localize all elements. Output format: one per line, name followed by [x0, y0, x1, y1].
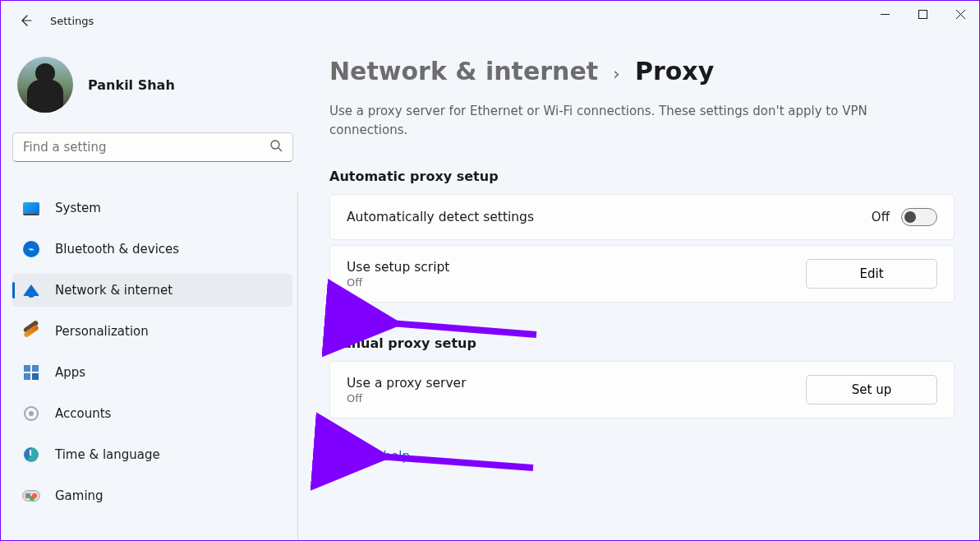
apps-icon [22, 363, 40, 381]
toggle-state-label: Off [872, 210, 890, 224]
user-name: Pankil Shah [88, 77, 175, 93]
window-controls [866, 1, 979, 27]
setup-button[interactable]: Set up [806, 375, 937, 405]
minimize-icon [881, 10, 890, 19]
svg-point-4 [271, 141, 279, 149]
sidebar-item-gaming[interactable]: Gaming [12, 479, 292, 512]
person-icon [22, 405, 40, 423]
sidebar-item-personalization[interactable]: Personalization [12, 315, 292, 348]
setting-state: Off [347, 276, 449, 289]
sidebar-item-system[interactable]: System [12, 192, 292, 224]
clock-globe-icon [22, 446, 40, 464]
minimize-button[interactable] [866, 1, 904, 27]
system-icon [22, 199, 40, 217]
sidebar-item-bluetooth[interactable]: ⌁ Bluetooth & devices [12, 233, 292, 266]
search-box[interactable] [12, 132, 293, 162]
avatar [17, 57, 73, 113]
page-description: Use a proxy server for Ethernet or Wi-Fi… [329, 102, 921, 139]
get-help-link[interactable]: Get help [329, 446, 955, 466]
sidebar-item-label: Apps [55, 365, 85, 380]
sidebar-item-label: Bluetooth & devices [55, 242, 179, 257]
sidebar-item-apps[interactable]: Apps [12, 356, 292, 389]
toggle-switch-icon [901, 208, 937, 226]
sidebar: Pankil Shah System ⌁ Bluetooth & devices [1, 40, 305, 540]
sidebar-item-label: Accounts [55, 406, 111, 421]
nav: System ⌁ Bluetooth & devices Network & i… [12, 192, 298, 541]
section-title-manual: Manual proxy setup [329, 335, 955, 351]
sidebar-item-label: Network & internet [55, 283, 173, 298]
close-icon [956, 10, 965, 19]
sidebar-item-accounts[interactable]: Accounts [12, 397, 292, 430]
card-setup-script: Use setup script Off Edit [329, 245, 955, 303]
help-icon [329, 446, 346, 466]
back-button[interactable] [9, 4, 42, 37]
wifi-icon [22, 281, 40, 299]
maximize-button[interactable] [904, 1, 941, 27]
close-button[interactable] [941, 1, 979, 27]
bluetooth-icon: ⌁ [22, 240, 40, 258]
sidebar-item-label: Personalization [55, 324, 149, 339]
svg-rect-1 [918, 10, 927, 18]
svg-line-5 [278, 148, 282, 151]
setting-label: Use a proxy server [347, 376, 467, 391]
window-title: Settings [50, 15, 94, 27]
breadcrumb: Network & internet › Proxy [329, 57, 955, 86]
setting-label: Use setup script [347, 260, 449, 275]
edit-button[interactable]: Edit [806, 259, 937, 289]
maximize-icon [918, 10, 927, 19]
profile[interactable]: Pankil Shah [17, 57, 298, 113]
section-title-auto: Automatic proxy setup [329, 169, 955, 184]
toggle-auto-detect[interactable]: Off [872, 208, 937, 226]
sidebar-item-time-language[interactable]: Time & language [12, 438, 292, 471]
help-label: Get help [357, 449, 410, 464]
arrow-left-icon [19, 14, 32, 27]
sidebar-item-label: Time & language [55, 447, 160, 462]
setting-state: Off [347, 392, 467, 405]
card-auto-detect: Automatically detect settings Off [329, 194, 955, 240]
breadcrumb-parent[interactable]: Network & internet [329, 57, 598, 86]
setting-label: Automatically detect settings [347, 210, 534, 224]
paintbrush-icon [22, 322, 40, 340]
gamepad-icon [22, 487, 40, 505]
sidebar-item-label: System [55, 201, 101, 215]
chevron-right-icon: › [613, 63, 620, 84]
sidebar-item-network[interactable]: Network & internet [12, 274, 292, 307]
sidebar-item-label: Gaming [55, 488, 104, 503]
search-icon [269, 139, 283, 155]
card-proxy-server: Use a proxy server Off Set up [329, 361, 955, 418]
page-title: Proxy [635, 57, 714, 86]
content: Network & internet › Proxy Use a proxy s… [305, 40, 979, 540]
search-input[interactable] [23, 140, 269, 155]
titlebar: Settings [1, 1, 979, 40]
